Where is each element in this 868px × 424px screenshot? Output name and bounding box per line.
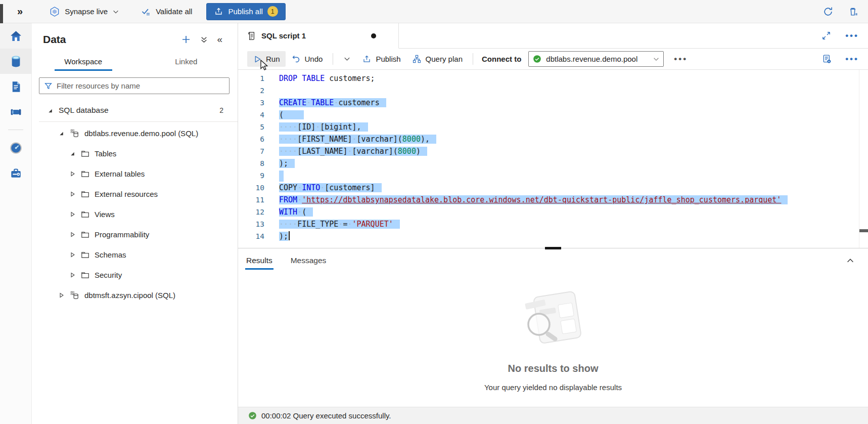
collapse-panel-icon[interactable]: « <box>217 34 222 45</box>
tab-workspace[interactable]: Workspace <box>32 53 135 71</box>
run-button[interactable]: Run <box>247 51 286 67</box>
tree-item[interactable]: Schemas <box>32 244 238 265</box>
status-text: 00:00:02 Query executed successfully. <box>261 411 391 420</box>
tree-item[interactable]: External tables <box>32 163 238 184</box>
tab-more-actions-icon[interactable]: ••• <box>845 33 859 38</box>
sql-code-editor[interactable]: 1DROP TABLE customers;23CREATE·TABLE·cus… <box>238 70 868 248</box>
tree-item-label: Views <box>95 210 115 219</box>
line-content: ); <box>264 157 295 169</box>
discard-trash-icon[interactable] <box>848 6 859 17</box>
tree-item[interactable]: dbtmsft.azsyn.cipool (SQL) <box>32 285 238 305</box>
rail-item-home[interactable] <box>0 23 32 49</box>
tree-item[interactable]: Tables <box>32 143 238 163</box>
selection-highlight: COPY·INTO·[customers] <box>279 183 382 192</box>
tree-item-label: Programmability <box>95 230 149 239</box>
tree-item[interactable]: Security <box>32 265 238 285</box>
chevron-collapsed-icon[interactable] <box>68 171 76 177</box>
tree-item-label: Tables <box>95 149 116 158</box>
folder-icon <box>80 250 90 260</box>
undo-button[interactable]: Undo <box>286 51 329 67</box>
results-tab-results[interactable]: Results <box>246 248 272 273</box>
selection-highlight: ····FILE_TYPE·=·'PARQUET' <box>279 220 400 229</box>
publish-all-button[interactable]: Publish all 1 <box>206 3 285 20</box>
line-content: ····[FIRST_NAME]·[varchar](8000), <box>264 133 436 145</box>
divider <box>39 121 238 122</box>
line-content: WITH·( <box>264 206 313 218</box>
line-content <box>264 169 284 182</box>
chevron-collapsed-icon[interactable] <box>68 211 76 218</box>
double-chevron-right-icon[interactable]: » <box>17 6 23 17</box>
properties-icon[interactable] <box>821 54 832 64</box>
add-resource-icon[interactable] <box>181 34 191 45</box>
rail-item-database[interactable] <box>0 49 32 74</box>
folder-icon <box>80 209 90 219</box>
tree-item[interactable]: SQL database2 <box>32 100 238 120</box>
selection-highlight: ····[FIRST_NAME]·[varchar](8000), <box>279 135 436 144</box>
scrollbar-track <box>859 70 859 248</box>
tree-item-label: dbtlabs.revenue.demo.pool (SQL) <box>84 129 198 138</box>
chevron-collapsed-icon[interactable] <box>68 191 76 197</box>
script-toolbar: Run Undo Publish Query plan <box>238 49 868 70</box>
chevron-expanded-icon[interactable] <box>46 107 54 114</box>
tree-item[interactable]: dbtlabs.revenue.demo.pool (SQL) <box>32 123 238 143</box>
filter-funnel-icon <box>44 81 53 90</box>
line-content: DROP TABLE customers; <box>264 72 375 84</box>
line-content: FROM·'https://dbtlabsynapsedatalake.blob… <box>264 194 788 206</box>
rail-item-manage-toolbox[interactable] <box>0 160 32 186</box>
chevron-collapsed-icon[interactable] <box>68 272 76 278</box>
tree-item[interactable]: External resources <box>32 184 238 204</box>
chevron-expanded-icon[interactable] <box>57 130 65 137</box>
mode-switcher[interactable]: Synapse live <box>49 6 119 17</box>
line-content <box>264 84 279 97</box>
connect-more-icon[interactable]: ••• <box>674 57 688 62</box>
line-number: 8 <box>238 157 264 169</box>
chevron-collapsed-icon[interactable] <box>68 251 76 258</box>
code-line: 11FROM·'https://dbtlabsynapsedatalake.bl… <box>238 194 868 206</box>
tree-item[interactable]: Views <box>32 204 238 224</box>
rail-item-develop-document[interactable] <box>0 74 32 99</box>
results-empty-state: No results to show Your query yielded no… <box>238 272 868 407</box>
connected-check-icon <box>533 55 541 63</box>
run-options-chevron[interactable] <box>338 51 356 67</box>
selection-highlight: FROM·'https://dbtlabsynapsedatalake.blob… <box>279 195 788 204</box>
panel-resize-handle[interactable] <box>545 247 561 249</box>
line-number: 12 <box>238 206 264 218</box>
code-line: 6····[FIRST_NAME]·[varchar](8000), <box>238 133 868 145</box>
develop-document-icon <box>9 80 23 94</box>
code-line: 14); <box>238 230 868 242</box>
chevron-expanded-icon[interactable] <box>68 150 76 157</box>
chevron-collapsed-icon[interactable] <box>68 231 76 238</box>
toolbar-more-icon[interactable]: ••• <box>845 57 859 62</box>
rail-item-monitor-gauge[interactable] <box>0 135 32 160</box>
rail-item-integrate-pipeline[interactable] <box>0 99 32 124</box>
publish-button[interactable]: Publish <box>356 51 406 67</box>
results-tab-messages[interactable]: Messages <box>291 248 327 273</box>
validate-all-button[interactable]: Validate all <box>141 6 192 17</box>
tab-linked[interactable]: Linked <box>135 53 238 71</box>
doc-tab-label: SQL script 1 <box>261 31 306 40</box>
query-plan-button[interactable]: Query plan <box>406 51 468 67</box>
collapse-all-icon[interactable] <box>200 35 208 44</box>
tree-item[interactable]: Programmability <box>32 224 238 244</box>
database-icon <box>9 55 23 68</box>
scrollbar-thumb[interactable] <box>859 229 868 232</box>
chevron-down-icon <box>653 56 660 63</box>
collapse-results-chevron-icon[interactable] <box>846 256 855 265</box>
code-line: 12WITH·( <box>238 206 868 218</box>
code-line: 10COPY·INTO·[customers] <box>238 182 868 194</box>
pool-select-dropdown[interactable]: dbtlabs.revenue.demo.pool <box>528 51 664 67</box>
folder-icon <box>80 189 90 199</box>
expand-editor-icon[interactable] <box>821 31 831 40</box>
tab-sql-script-1[interactable]: SQL script 1 <box>238 23 399 49</box>
line-content: CREATE·TABLE·customers <box>264 97 386 109</box>
refresh-icon[interactable] <box>823 6 834 17</box>
code-line: 1DROP TABLE customers; <box>238 72 868 84</box>
code-line: 5····[ID]·[bigint], <box>238 121 868 133</box>
synapse-logo-icon <box>49 6 60 17</box>
chevron-collapsed-icon[interactable] <box>57 292 65 299</box>
line-number: 13 <box>238 218 264 230</box>
publish-count-badge: 1 <box>267 6 278 17</box>
line-content: COPY·INTO·[customers] <box>264 182 382 194</box>
filter-resources-input[interactable] <box>57 81 224 90</box>
selection-highlight: ( <box>279 110 304 119</box>
